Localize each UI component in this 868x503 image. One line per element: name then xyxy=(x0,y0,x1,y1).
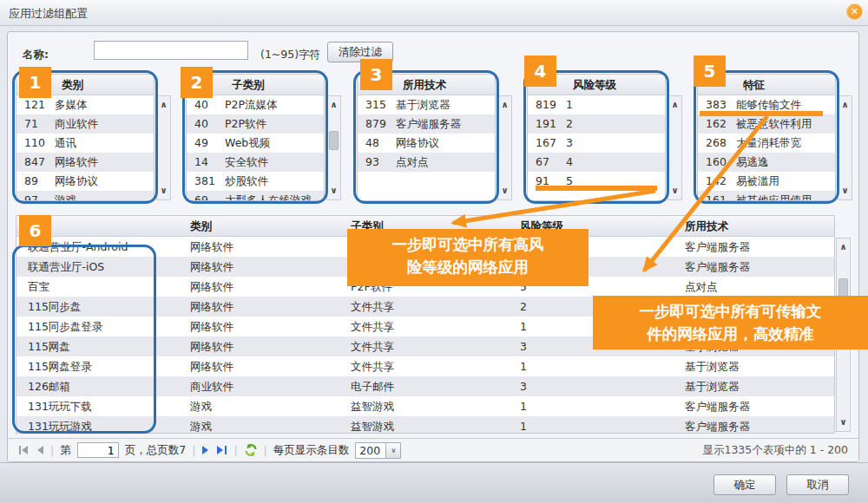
scroll-down-icon[interactable]: ∨ xyxy=(498,184,511,198)
scroll-down-icon[interactable]: ∨ xyxy=(157,184,170,198)
scrollbar[interactable]: ∧ ∨ xyxy=(667,95,682,200)
scroll-thumb[interactable] xyxy=(838,278,848,297)
list-item[interactable]: 49Web视频 xyxy=(187,134,324,153)
list-item[interactable]: 40P2P软件 xyxy=(187,114,324,134)
table-cell: 客户端服务器 xyxy=(674,396,834,416)
item-label: 3 xyxy=(566,134,665,153)
list-item[interactable]: 315基于浏览器 xyxy=(358,95,495,114)
scroll-up-icon[interactable]: ∧ xyxy=(837,240,850,254)
table-cell: 基于浏览器 xyxy=(674,356,834,376)
item-count: 191 xyxy=(528,114,566,134)
callout-line: 件的网络应用，高效精准 xyxy=(593,323,868,345)
scrollbar[interactable]: ∧ ∨ xyxy=(497,95,512,200)
page-number-input[interactable] xyxy=(77,442,119,458)
table-header-technology: 所用技术 xyxy=(674,216,834,236)
name-label: 名称: xyxy=(23,48,49,62)
item-count: 67 xyxy=(528,153,566,172)
next-page-icon[interactable] xyxy=(201,445,210,455)
scrollbar[interactable]: ∧ ∨ xyxy=(326,95,341,200)
table-row[interactable]: 115网盘登录网络软件文件共享1基于浏览器 xyxy=(16,356,834,376)
list-item[interactable]: 110通讯 xyxy=(16,134,154,153)
list-item[interactable]: 162被恶意软件利用 xyxy=(698,114,835,134)
item-label: 大型多人在线游戏 xyxy=(225,191,324,200)
table-cell: 益智游戏 xyxy=(339,396,509,416)
item-label: 4 xyxy=(566,153,665,172)
page-prefix: 第 xyxy=(60,443,71,458)
list-feature: 特征 383能够传输文件162被恶意软件利用268大量消耗带宽160易逃逸142… xyxy=(697,74,836,201)
item-count: 381 xyxy=(187,172,225,191)
list-item[interactable]: 93点对点 xyxy=(358,153,495,172)
table-cell: 3 xyxy=(509,376,674,396)
ok-button[interactable]: 确定 xyxy=(713,474,776,495)
list-item[interactable]: 40P2P流媒体 xyxy=(187,95,324,114)
item-count: 315 xyxy=(358,95,396,114)
table-cell: 115网盘登录 xyxy=(16,356,179,376)
list-item[interactable]: 160易逃逸 xyxy=(698,153,835,172)
list-item[interactable]: 121多媒体 xyxy=(16,95,154,114)
table-cell: 网络软件 xyxy=(179,237,339,257)
list-item[interactable]: 48网络协议 xyxy=(358,134,495,153)
table-cell: 115同步盘 xyxy=(16,297,179,317)
refresh-icon[interactable] xyxy=(244,443,258,457)
item-count: 97 xyxy=(16,191,55,200)
first-page-icon[interactable] xyxy=(18,445,30,455)
scroll-up-icon[interactable]: ∧ xyxy=(157,98,170,112)
item-label: 被其他应用使用 xyxy=(736,191,835,200)
scroll-up-icon[interactable]: ∧ xyxy=(498,98,511,112)
per-page-select[interactable]: 200 ∨ xyxy=(355,442,401,459)
cancel-button[interactable]: 取消 xyxy=(786,474,849,495)
list-item[interactable]: 915 xyxy=(528,172,665,191)
item-count: 879 xyxy=(358,114,396,134)
list-item[interactable]: 71商业软件 xyxy=(16,114,154,134)
scroll-down-icon[interactable]: ∨ xyxy=(668,184,681,198)
list-item[interactable]: 89网络协议 xyxy=(16,172,154,191)
list-item[interactable]: 1673 xyxy=(528,134,665,153)
scroll-up-icon[interactable]: ∧ xyxy=(838,98,852,112)
table-cell: 115同步盘登录 xyxy=(16,317,179,336)
callout-line: 一步即可选中所有可传输文 xyxy=(593,300,868,323)
dropdown-arrow-icon[interactable]: ∨ xyxy=(386,442,401,459)
callout-line: 一步即可选中所有高风 xyxy=(347,233,589,256)
scrollbar[interactable]: ∧ ∨ xyxy=(156,95,171,200)
list-item[interactable]: 847网络软件 xyxy=(16,153,154,172)
list-item[interactable]: 161被其他应用使用 xyxy=(698,191,835,200)
list-item[interactable]: 268大量消耗带宽 xyxy=(698,134,835,153)
row-range-text: 显示1335个表项中的 1 - 200 xyxy=(702,443,848,458)
table-cell: 文件共享 xyxy=(339,356,509,376)
list-item[interactable]: 97游戏 xyxy=(16,191,154,200)
step-badge-4: 4 xyxy=(524,56,556,87)
scroll-up-icon[interactable]: ∧ xyxy=(668,98,681,112)
table-cell: 游戏 xyxy=(179,416,339,433)
list-item[interactable]: 8191 xyxy=(528,95,665,114)
scroll-down-icon[interactable]: ∨ xyxy=(838,184,852,198)
last-page-icon[interactable] xyxy=(216,445,227,455)
scroll-down-icon[interactable]: ∨ xyxy=(327,184,340,198)
scrollbar[interactable]: ∧ ∨ xyxy=(838,95,852,200)
table-row[interactable]: 131玩玩游戏游戏益智游戏1客户端服务器 xyxy=(16,416,834,433)
table-cell: 文件共享 xyxy=(339,297,509,317)
list-item[interactable]: 1912 xyxy=(528,114,665,134)
close-icon[interactable]: ✕ xyxy=(846,3,863,20)
table-cell: 网络软件 xyxy=(179,277,339,297)
list-item[interactable]: 142易被滥用 xyxy=(698,172,835,191)
list-item[interactable]: 879客户端服务器 xyxy=(358,114,495,134)
list-item[interactable]: 381炒股软件 xyxy=(187,172,324,191)
scroll-thumb[interactable] xyxy=(329,131,339,150)
prev-page-icon[interactable] xyxy=(36,445,44,455)
item-label: 点对点 xyxy=(396,153,495,172)
table-cell: 客户端服务器 xyxy=(674,416,834,433)
list-item[interactable]: 383能够传输文件 xyxy=(698,95,835,114)
scroll-down-icon[interactable]: ∨ xyxy=(837,415,850,429)
table-row[interactable]: 126邮箱商业软件电子邮件3基于浏览器 xyxy=(16,376,834,396)
list-item[interactable]: 674 xyxy=(528,153,665,172)
table-row[interactable]: 131玩玩下载游戏益智游戏1客户端服务器 xyxy=(16,396,834,416)
scroll-up-icon[interactable]: ∧ xyxy=(327,98,340,112)
table-cell: 网络软件 xyxy=(179,257,339,277)
item-count: 121 xyxy=(16,95,55,114)
list-item[interactable]: 14安全软件 xyxy=(187,153,324,172)
per-page-label: 每页显示条目数 xyxy=(273,443,350,458)
table-cell: 1 xyxy=(509,356,674,376)
table-cell: 网络软件 xyxy=(179,336,339,356)
name-input[interactable] xyxy=(94,41,248,60)
list-item[interactable]: 69大型多人在线游戏 xyxy=(187,191,324,200)
